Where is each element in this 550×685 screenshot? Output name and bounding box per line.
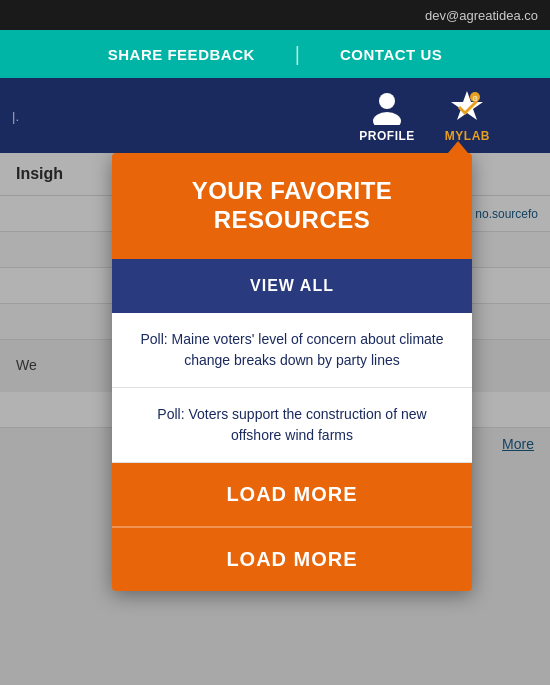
email-display: dev@agreatidea.co bbox=[425, 8, 538, 23]
mylab-button[interactable]: ⚙ MYLAB bbox=[445, 89, 490, 143]
popup-item-1[interactable]: Poll: Maine voters' level of concern abo… bbox=[112, 313, 472, 388]
contact-us-nav[interactable]: CONTACT US bbox=[300, 46, 482, 63]
share-feedback-nav[interactable]: SHARE FEEDBACK bbox=[68, 46, 295, 63]
profile-icon bbox=[369, 89, 405, 125]
load-more-button-2[interactable]: LOAD MORE bbox=[112, 526, 472, 591]
mylab-indicator bbox=[448, 141, 468, 153]
nav-bar: SHARE FEEDBACK | CONTACT US bbox=[0, 30, 550, 78]
view-all-button[interactable]: VIEW ALL bbox=[112, 259, 472, 313]
profile-bar: |. PROFILE ⚙ MYLAB bbox=[0, 78, 550, 153]
profile-button[interactable]: PROFILE bbox=[359, 89, 415, 143]
popup-item-1-text: Poll: Maine voters' level of concern abo… bbox=[140, 331, 443, 368]
popup-header: YOUR FAVORITE RESOURCES bbox=[112, 153, 472, 259]
svg-point-0 bbox=[379, 93, 395, 109]
nav-divider: | bbox=[295, 43, 300, 66]
load-more-2-label: LOAD MORE bbox=[226, 548, 357, 570]
popup-title: YOUR FAVORITE RESOURCES bbox=[132, 177, 452, 235]
popup-item-2-text: Poll: Voters support the construction of… bbox=[157, 406, 426, 443]
left-edge-text: |. bbox=[12, 108, 19, 123]
mylab-icon: ⚙ bbox=[449, 89, 485, 125]
load-more-1-label: LOAD MORE bbox=[226, 483, 357, 505]
load-more-button-1[interactable]: LOAD MORE bbox=[112, 463, 472, 526]
content-area: Insigh no.sourcefo We More YOUR FAVORITE… bbox=[0, 153, 550, 685]
view-all-label: VIEW ALL bbox=[250, 277, 334, 294]
profile-label: PROFILE bbox=[359, 129, 415, 143]
svg-text:⚙: ⚙ bbox=[472, 95, 478, 102]
top-bar: dev@agreatidea.co bbox=[0, 0, 550, 30]
svg-point-1 bbox=[373, 112, 401, 125]
popup-item-2[interactable]: Poll: Voters support the construction of… bbox=[112, 388, 472, 463]
favorites-popup: YOUR FAVORITE RESOURCES VIEW ALL Poll: M… bbox=[112, 153, 472, 591]
